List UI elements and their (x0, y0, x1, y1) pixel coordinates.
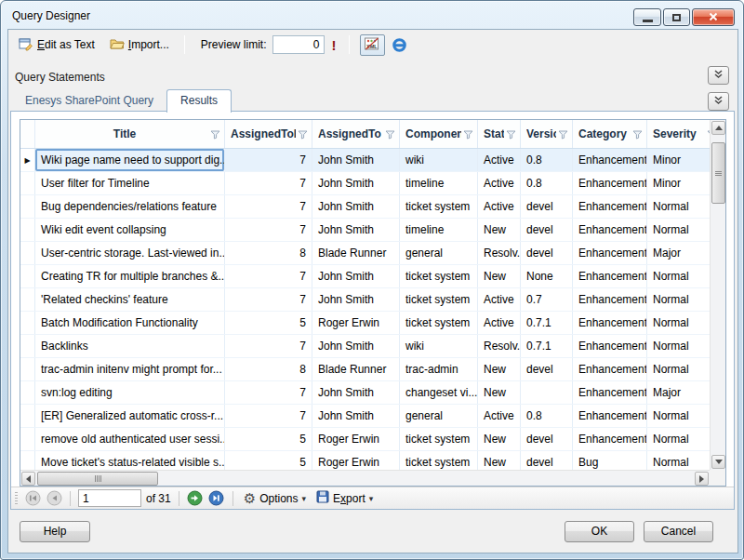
grid-cell[interactable]: John Smith (312, 381, 400, 404)
grid-cell[interactable]: Normal (647, 312, 710, 334)
filter-icon[interactable] (298, 129, 308, 140)
grid-cell[interactable]: 8 (225, 358, 312, 380)
preview-limit-input[interactable] (272, 35, 325, 54)
grid-cell[interactable]: Bug dependencies/relations feature (35, 195, 225, 218)
grid-cell[interactable]: Roger Erwin (312, 428, 400, 450)
grid-cell[interactable]: Backlinks (35, 335, 225, 357)
filter-icon[interactable] (210, 129, 220, 140)
grid-cell[interactable]: 5 (225, 312, 312, 334)
grid-cell[interactable]: New (478, 381, 521, 404)
grid-cell[interactable]: Major (647, 242, 710, 264)
grid-cell[interactable]: 7 (225, 172, 312, 194)
tab-enesys-sharepoint-query[interactable]: Enesys SharePoint Query (12, 89, 166, 113)
grid-cell[interactable]: Active (478, 288, 521, 311)
filter-icon[interactable] (506, 129, 516, 140)
collapse-results-button[interactable] (708, 92, 729, 111)
enesys-logo-icon[interactable] (391, 35, 409, 54)
grid-cell[interactable]: general (400, 405, 478, 427)
grid-cell[interactable]: Blade Runner (312, 242, 400, 264)
grid-cell[interactable]: John Smith (312, 195, 400, 218)
next-page-button[interactable] (187, 490, 204, 507)
grid-cell[interactable]: devel (521, 358, 573, 380)
column-header-status[interactable]: Status (478, 120, 521, 148)
vertical-scrollbar-thumb[interactable] (711, 142, 725, 204)
grid-cell[interactable]: 0.7.1 (521, 312, 573, 334)
grid-row[interactable]: trac-admin initenv might prompt for...8B… (20, 358, 710, 381)
grid-row[interactable]: Backlinks7John SmithwikiResolv...0.7.1En… (20, 335, 710, 358)
column-header-title[interactable]: Title (35, 120, 225, 148)
collapse-query-statements-button[interactable] (708, 66, 729, 85)
grid-cell[interactable]: 0.8 (521, 172, 573, 194)
grid-cell[interactable]: Roger Erwin (312, 312, 400, 334)
grid-cell[interactable]: User-centric storage. Last-viewed in... (35, 242, 225, 264)
column-header-category[interactable]: Category (573, 120, 647, 148)
grid-row[interactable]: Wiki edit event collapsing7John Smithtim… (20, 219, 710, 242)
cancel-button[interactable]: Cancel (644, 521, 713, 542)
grid-cell[interactable]: Enhancement (573, 265, 647, 287)
grid-cell[interactable]: Enhancement (573, 288, 647, 311)
grid-cell[interactable]: Creating TR for multiple branches &... (35, 265, 225, 287)
grid-cell[interactable]: Enhancement (573, 335, 647, 357)
minimize-button[interactable] (633, 8, 661, 26)
scroll-down-button[interactable] (711, 455, 725, 469)
grid-cell[interactable]: Minor (647, 172, 710, 194)
grid-cell[interactable]: Enhancement (573, 219, 647, 241)
grid-cell[interactable]: ticket system (400, 288, 478, 311)
grid-cell[interactable]: Active (478, 172, 521, 194)
grid-cell[interactable]: general (400, 242, 478, 264)
grid-cell[interactable]: ticket system (400, 428, 478, 450)
grid-cell[interactable]: New (478, 265, 521, 287)
grid-cell[interactable]: 0.7.1 (521, 335, 573, 357)
grid-cell[interactable]: 7 (225, 219, 312, 241)
tab-results[interactable]: Results (166, 89, 232, 113)
page-number-input[interactable] (78, 489, 141, 507)
grid-cell[interactable]: ticket system (400, 265, 478, 287)
grid-cell[interactable]: Normal (647, 265, 710, 287)
grid-cell[interactable]: 0.8 (521, 149, 573, 171)
toolbar-grip[interactable] (15, 492, 18, 505)
grid-cell[interactable]: timeline (400, 172, 478, 194)
column-header-version[interactable]: Version (521, 120, 573, 148)
grid-cell[interactable]: 7 (225, 405, 312, 427)
grid-cell[interactable]: wiki (400, 335, 478, 357)
grid-cell[interactable]: John Smith (312, 405, 400, 427)
grid-cell[interactable]: Normal (647, 335, 710, 357)
filter-icon[interactable] (385, 129, 395, 140)
vertical-scrollbar[interactable] (710, 120, 725, 470)
grid-cell[interactable]: Active (478, 405, 521, 427)
grid-cell[interactable]: Enhancement (573, 312, 647, 334)
grid-cell[interactable]: Enhancement (573, 172, 647, 194)
import-button[interactable]: Import... (105, 33, 174, 57)
column-header-severity[interactable]: Severity (647, 120, 710, 148)
first-page-button[interactable] (24, 490, 41, 507)
filter-icon[interactable] (463, 129, 473, 140)
grid-cell[interactable]: remove old authenticated user sessi... (35, 428, 225, 450)
grid-cell[interactable]: changeset vi... (400, 381, 478, 404)
grid-cell[interactable]: Enhancement (573, 381, 647, 404)
grid-row[interactable]: Creating TR for multiple branches &...7J… (20, 265, 710, 288)
grid-cell[interactable]: John Smith (312, 149, 400, 171)
grid-row[interactable]: Bug dependencies/relations feature7John … (20, 195, 710, 219)
grid-cell[interactable]: ticket system (400, 312, 478, 334)
grid-row[interactable]: Move ticket's status-related visible s..… (20, 451, 710, 470)
grid-cell[interactable]: 5 (225, 428, 312, 450)
grid-cell[interactable]: ticket system (400, 195, 478, 218)
grid-cell[interactable]: 7 (225, 195, 312, 218)
grid-cell[interactable]: 0.8 (521, 405, 573, 427)
grid-cell[interactable]: John Smith (312, 219, 400, 241)
column-header-component[interactable]: Component (400, 120, 478, 148)
grid-cell[interactable]: John Smith (312, 265, 400, 287)
grid-cell[interactable]: devel (521, 451, 573, 470)
grid-cell[interactable]: Normal (647, 219, 710, 241)
export-button[interactable]: Export ▾ (313, 488, 376, 508)
grid-cell[interactable]: 7 (225, 381, 312, 404)
grid-cell[interactable]: Active (478, 195, 521, 218)
grid-cell[interactable]: Normal (647, 195, 710, 218)
grid-cell[interactable]: New (478, 451, 521, 470)
grid-cell[interactable]: Enhancement (573, 405, 647, 427)
grid-cell[interactable]: Active (478, 149, 521, 171)
grid-cell[interactable]: Blade Runner (312, 358, 400, 380)
column-header-assignedtoid[interactable]: AssignedToID (225, 120, 312, 148)
grid-cell[interactable]: Normal (647, 405, 710, 427)
grid-cell[interactable]: Normal (647, 288, 710, 311)
